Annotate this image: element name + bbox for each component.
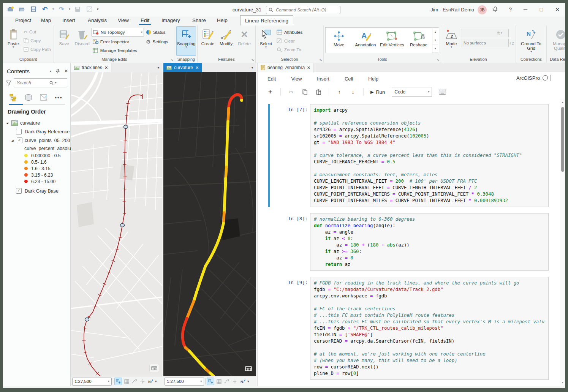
ribbon-tab-insert[interactable]: Insert (61, 17, 77, 24)
paste-button[interactable]: Paste▾ (5, 27, 22, 57)
scroll-up-icon[interactable]: ▴ (560, 101, 565, 104)
reshape-tool[interactable]: Reshape (405, 28, 432, 53)
select-button[interactable]: Select▾ (257, 27, 275, 57)
close-panel-icon[interactable]: ✕ (64, 68, 68, 74)
map1-scale-select[interactable]: 1:27,500▾ (72, 378, 112, 386)
code-editor[interactable]: # FGDB for reading in the track lines, a… (310, 277, 549, 380)
annotation-tool[interactable]: A Annotation (352, 28, 379, 53)
layer-checkbox[interactable]: ✓ (17, 138, 22, 143)
tools-gallery-scrollbar[interactable]: ▴ ▾ ▾ (432, 28, 438, 53)
contents-menu-chevron-icon[interactable]: ▾ (50, 70, 51, 73)
notebook-menu-insert[interactable]: Insert (317, 76, 329, 82)
layer-group-curvature[interactable]: ◢ curvature (3, 119, 70, 127)
expand-icon[interactable]: ◢ (11, 139, 14, 142)
add-cell-icon[interactable]: + (267, 88, 274, 96)
attributes-button[interactable]: Attributes (275, 28, 318, 36)
error-inspector-button[interactable]: Error Inspector (92, 37, 144, 46)
topology-dropdown[interactable]: No Topology▾ (92, 28, 144, 36)
map1-bar-chevron-icon[interactable]: ▾ (155, 380, 157, 383)
contents-search-input[interactable] (16, 80, 48, 86)
north-arrow-icon[interactable]: N (147, 378, 154, 385)
customize-qat-icon[interactable]: ▾ (97, 8, 99, 10)
expand-icon[interactable]: ◢ (5, 122, 9, 125)
crosshair-icon[interactable] (231, 378, 238, 385)
move-cell-down-icon[interactable]: ↓ (350, 89, 356, 95)
modify-button[interactable]: Modify (217, 27, 235, 57)
crosshair-icon[interactable] (139, 378, 146, 385)
command-search-input[interactable] (275, 7, 338, 13)
curvature-map[interactable] (163, 72, 256, 376)
notebook-cell[interactable]: In [8]:# normalize bearing to 0-360 degr… (258, 213, 549, 271)
code-editor[interactable]: # normalize bearing to 0-360 degrees def… (310, 213, 549, 271)
move-tool[interactable]: Move (326, 28, 352, 53)
contents-search[interactable]: ▾ (14, 78, 67, 87)
transform-icon[interactable] (131, 378, 138, 385)
help-icon[interactable]: ? (509, 6, 512, 13)
avatar[interactable]: JB (478, 5, 487, 14)
undo-dropdown-icon[interactable]: ▾ (52, 8, 54, 10)
layer-checkbox[interactable]: ✓ (16, 188, 22, 194)
ribbon-tab-help[interactable]: Help (215, 17, 229, 24)
new-project-icon[interactable] (7, 5, 14, 13)
notebook-menu-help[interactable]: Help (368, 76, 378, 82)
scrollbar-thumb[interactable] (561, 107, 564, 172)
keyboard-icon[interactable] (439, 90, 446, 95)
copy-cell-icon[interactable] (301, 89, 308, 95)
ground-to-grid-button[interactable]: N Ground To Grid▾ (518, 27, 544, 57)
north-arrow-icon[interactable]: N (239, 378, 246, 385)
snapping-toggle-icon[interactable] (207, 378, 214, 385)
map2-scale-select[interactable]: 1:27,500▾ (165, 378, 204, 386)
close-tab-icon[interactable]: ✕ (195, 65, 199, 70)
grid-icon[interactable] (215, 378, 222, 385)
close-tab-icon[interactable]: ✕ (307, 65, 310, 70)
paste-cell-icon[interactable] (315, 89, 322, 95)
manage-templates-button[interactable]: Manage Templates (92, 46, 144, 55)
redo-dropdown-icon[interactable]: ▾ (69, 8, 71, 10)
gallery-up-icon[interactable]: ▴ (432, 28, 438, 36)
redo-icon[interactable]: ↷ (58, 5, 65, 13)
account-name[interactable]: Jim - EsriRail Demo (430, 7, 474, 13)
edit-vertices-tool[interactable]: Edit Vertices (379, 28, 405, 53)
ribbon-tab-view[interactable]: View (116, 17, 130, 24)
minimize-button[interactable]: ─ (518, 3, 533, 16)
settings-button[interactable]: ⚙ Settings (145, 37, 173, 46)
cell-type-select[interactable]: Code▾ (392, 87, 432, 97)
features-launcher-icon[interactable]: ⇘ (251, 58, 254, 62)
move-cell-up-icon[interactable]: ↑ (336, 89, 343, 95)
ribbon-tab-project[interactable]: Project (14, 17, 33, 24)
undo-icon[interactable]: ↶ (41, 5, 49, 13)
manage-edits-launcher-icon[interactable]: ⇘ (171, 58, 174, 62)
layer-checkbox[interactable] (16, 129, 22, 134)
tab-bearing-alhambra[interactable]: bearing_Alhambra ✕ (258, 63, 314, 72)
ribbon-tab-imagery[interactable]: Imagery (160, 17, 182, 24)
filter-icon[interactable] (6, 81, 11, 85)
layer-curve-points[interactable]: ◢ ✓ curve_points_05_200 (3, 136, 70, 145)
notifications-bell-icon[interactable] (492, 6, 498, 12)
pin-icon[interactable] (56, 69, 60, 73)
elevation-mode-button[interactable]: Z Mode▾ (443, 27, 460, 57)
snapping-toggle-icon[interactable] (114, 378, 122, 385)
tab-track-lines[interactable]: track lines ✕ (71, 63, 111, 72)
close-button[interactable]: ✕ (550, 3, 565, 16)
list-by-data-source-tab[interactable] (24, 94, 33, 101)
list-by-editing-tab[interactable] (40, 94, 48, 101)
notebook-cell[interactable]: In [7]:import arcpy # spatial reference … (258, 104, 549, 207)
gallery-down-icon[interactable]: ▾ (432, 36, 438, 44)
create-button[interactable]: Create (199, 27, 217, 57)
notebook-menu-view[interactable]: View (291, 76, 302, 82)
run-cell-button[interactable]: ▶ Run (370, 89, 385, 95)
tab-curvature[interactable]: curvature ✕ (163, 63, 202, 72)
tab-list-chevron-icon[interactable]: ▾ (248, 63, 256, 72)
tools-launcher-icon[interactable]: ⇘ (437, 58, 440, 62)
tab-linear-referencing[interactable]: Linear Referencing (240, 15, 293, 26)
track-lines-map[interactable] (71, 72, 162, 376)
notebook-menu-edit[interactable]: Edit (267, 76, 276, 82)
maximize-button[interactable]: □ (534, 3, 549, 16)
notebook-cell[interactable]: In [9]:# FGDB for reading in the track l… (258, 277, 549, 380)
gallery-expand-icon[interactable]: ▾ (432, 44, 438, 53)
tab-list-chevron-icon[interactable]: ▾ (155, 63, 162, 72)
map-overview-icon[interactable] (244, 365, 253, 372)
ribbon-tab-share[interactable]: Share (191, 17, 207, 24)
save-project-icon[interactable] (30, 5, 37, 13)
more-tabs-icon[interactable]: ••• (55, 95, 63, 101)
